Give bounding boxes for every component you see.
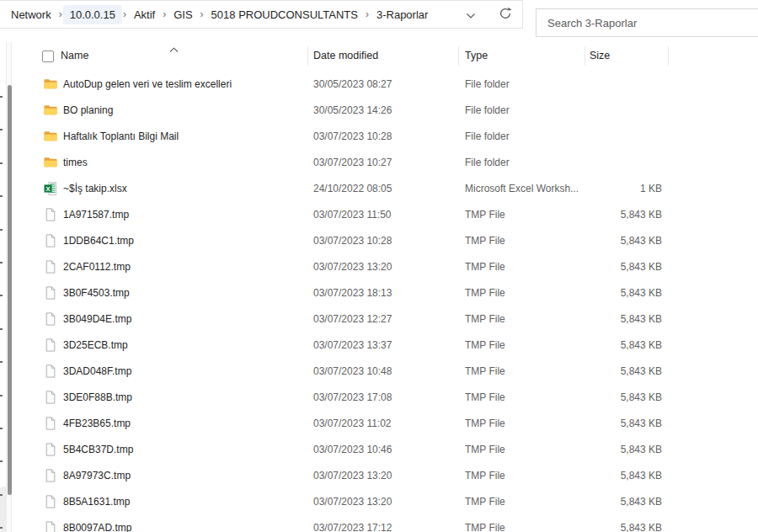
file-row[interactable]: X 8A97973C.tmp 03/07/2023 13:20 TMP File… <box>0 463 758 489</box>
column-separator[interactable] <box>458 46 459 66</box>
file-name: 3D25ECB.tmp <box>63 332 303 359</box>
file-date-modified: 30/05/2023 08:27 <box>313 72 452 98</box>
file-name: 8B5A1631.tmp <box>63 489 303 515</box>
file-type: File folder <box>465 124 581 150</box>
file-icon: X <box>44 312 57 326</box>
column-header-type[interactable]: Type <box>465 42 488 69</box>
column-separator[interactable] <box>585 46 585 66</box>
file-row[interactable]: X 5B4CB37D.tmp 03/07/2023 10:46 TMP File… <box>0 437 758 463</box>
file-date-modified: 03/07/2023 17:08 <box>313 385 452 411</box>
file-name: 4FB23B65.tmp <box>63 411 303 437</box>
breadcrumb-item[interactable]: GIS <box>167 5 199 24</box>
file-row[interactable]: X 3B049D4E.tmp 03/07/2023 12:27 TMP File… <box>0 306 758 332</box>
file-size: 5,843 KB <box>585 228 662 254</box>
file-date-modified: 03/07/2023 11:50 <box>313 202 452 228</box>
file-row[interactable]: X times 03/07/2023 10:27 File folder <box>0 150 758 176</box>
column-header-size[interactable]: Size <box>590 42 610 69</box>
file-name: 3DAD048F.tmp <box>63 359 303 385</box>
file-date-modified: 03/07/2023 10:28 <box>313 228 452 254</box>
file-type: TMP File <box>465 463 581 489</box>
svg-text:X: X <box>45 185 50 193</box>
file-size: 5,843 KB <box>585 359 662 385</box>
file-icon: X <box>44 521 57 532</box>
file-type: File folder <box>465 98 581 124</box>
chevron-down-icon <box>466 8 476 23</box>
search-box <box>536 8 758 37</box>
file-size: 1 KB <box>585 176 662 202</box>
file-size: 5,843 KB <box>585 463 662 489</box>
breadcrumb: Network › 10.0.0.15 › Aktif › GIS › 5018… <box>0 5 435 24</box>
file-type: File folder <box>465 72 581 98</box>
list-header: Name Date modified Type Size <box>0 42 758 71</box>
file-type: TMP File <box>465 411 581 437</box>
refresh-icon <box>499 7 512 24</box>
sort-ascending-icon <box>169 44 179 56</box>
file-date-modified: 03/07/2023 12:27 <box>313 306 452 332</box>
file-row[interactable]: X 4FB23B65.tmp 03/07/2023 11:02 TMP File… <box>0 411 758 437</box>
file-icon: X <box>44 260 57 274</box>
file-date-modified: 30/05/2023 14:26 <box>313 98 452 124</box>
file-type: TMP File <box>465 437 581 463</box>
search-input[interactable] <box>536 9 758 36</box>
file-row[interactable]: X 3DE0F88B.tmp 03/07/2023 17:08 TMP File… <box>0 385 758 411</box>
breadcrumb-separator: › <box>58 8 63 20</box>
file-row[interactable]: X AutoDup gelen veri ve teslim excelleri… <box>0 72 758 98</box>
column-separator[interactable] <box>668 46 669 66</box>
file-size: 5,843 KB <box>585 202 662 228</box>
file-name: Haftalık Toplantı Bilgi Mail <box>63 124 303 150</box>
file-name: 8B0097AD.tmp <box>63 515 303 532</box>
file-size: 5,843 KB <box>585 489 662 515</box>
address-dropdown-button[interactable] <box>459 3 483 28</box>
file-row[interactable]: X ~$İş takip.xlsx 24/10/2022 08:05 Micro… <box>0 176 758 202</box>
file-date-modified: 03/07/2023 17:12 <box>313 515 452 532</box>
file-type: TMP File <box>465 515 581 532</box>
file-size: 5,843 KB <box>585 332 662 359</box>
file-row[interactable]: X 8B0097AD.tmp 03/07/2023 17:12 TMP File… <box>0 515 758 532</box>
file-name: 1A971587.tmp <box>63 202 303 228</box>
file-type: TMP File <box>465 280 581 306</box>
file-type: TMP File <box>465 254 581 280</box>
file-size: 5,843 KB <box>585 411 662 437</box>
file-type: TMP File <box>465 202 581 228</box>
file-explorer-window: { "address_bar": { "separator": "›", "br… <box>0 0 758 532</box>
file-row[interactable]: X 2CAF0112.tmp 03/07/2023 13:20 TMP File… <box>0 254 758 280</box>
file-row[interactable]: X 3B0F4503.tmp 03/07/2023 18:13 TMP File… <box>0 280 758 306</box>
file-size: 5,843 KB <box>585 254 662 280</box>
file-row[interactable]: X 8B5A1631.tmp 03/07/2023 13:20 TMP File… <box>0 489 758 515</box>
file-size: 5,843 KB <box>585 385 662 411</box>
file-type: TMP File <box>465 359 581 385</box>
file-date-modified: 03/07/2023 13:37 <box>313 332 452 359</box>
file-type: TMP File <box>465 332 581 359</box>
breadcrumb-item[interactable]: 10.0.0.15 <box>63 5 122 24</box>
file-date-modified: 24/10/2022 08:05 <box>313 176 452 202</box>
file-name: ~$İş takip.xlsx <box>63 176 303 202</box>
breadcrumb-item[interactable]: 3-Raporlar <box>370 5 435 24</box>
file-type: TMP File <box>465 489 581 515</box>
file-icon: X <box>44 443 57 456</box>
file-row[interactable]: X 3DAD048F.tmp 03/07/2023 10:48 TMP File… <box>0 359 758 385</box>
file-row[interactable]: X 1DDB64C1.tmp 03/07/2023 10:28 TMP File… <box>0 228 758 254</box>
file-date-modified: 03/07/2023 10:27 <box>313 150 452 176</box>
file-size: 5,843 KB <box>585 306 662 332</box>
select-all-checkbox[interactable] <box>42 51 54 62</box>
file-type: TMP File <box>465 228 581 254</box>
file-row[interactable]: X Haftalık Toplantı Bilgi Mail 03/07/202… <box>0 124 758 150</box>
breadcrumb-item[interactable]: 5018 PROUDCONSULTANTS <box>205 5 365 24</box>
file-date-modified: 03/07/2023 18:13 <box>313 280 452 306</box>
breadcrumb-item[interactable]: Aktif <box>127 5 162 24</box>
file-icon: X <box>44 286 57 300</box>
file-row[interactable]: X 3D25ECB.tmp 03/07/2023 13:37 TMP File … <box>0 332 758 359</box>
column-separator[interactable] <box>307 46 308 66</box>
file-list-rows: X AutoDup gelen veri ve teslim excelleri… <box>0 72 758 532</box>
breadcrumb-item[interactable]: Network <box>4 5 58 24</box>
column-header-name[interactable]: Name <box>61 42 88 69</box>
file-name: 3B049D4E.tmp <box>63 306 303 332</box>
file-date-modified: 03/07/2023 13:20 <box>313 489 452 515</box>
file-row[interactable]: X 1A971587.tmp 03/07/2023 11:50 TMP File… <box>0 202 758 228</box>
address-bar[interactable]: Network › 10.0.0.15 › Aktif › GIS › 5018… <box>0 0 523 29</box>
file-date-modified: 03/07/2023 10:48 <box>313 359 452 385</box>
refresh-button[interactable] <box>494 3 517 28</box>
file-row[interactable]: X BO planing 30/05/2023 14:26 File folde… <box>0 98 758 124</box>
column-header-date-modified[interactable]: Date modified <box>313 42 378 69</box>
file-size: 5,843 KB <box>585 437 662 463</box>
